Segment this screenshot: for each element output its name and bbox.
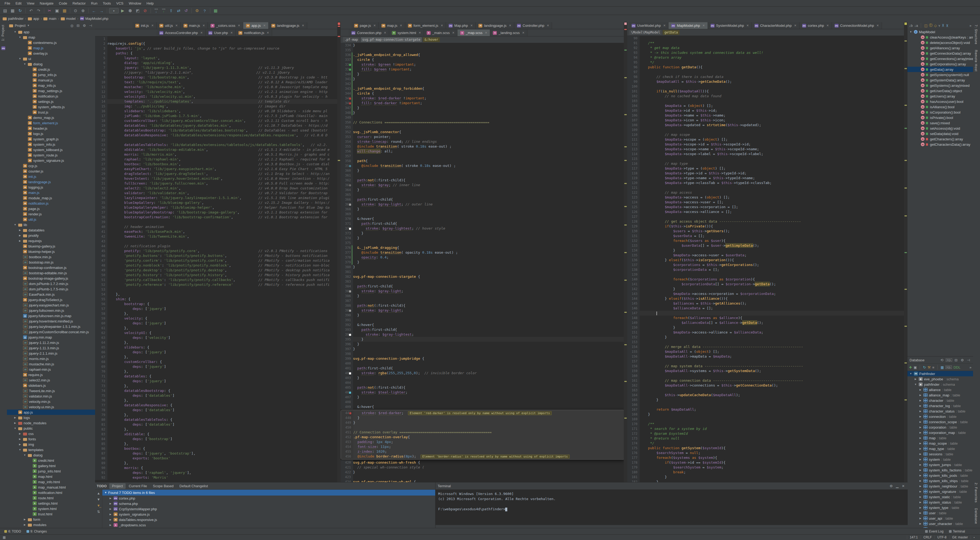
code-line[interactable]: 345 stroke: $red-darker !important; xyxy=(341,96,627,101)
tree-item[interactable]: JSheader.js xyxy=(7,126,95,131)
autoscroll-icon[interactable]: ⇅ xyxy=(97,510,100,514)
code-line[interactable]: 393 path:first-child{ xyxy=(341,327,627,332)
editor-tab[interactable]: phpConnectionModel.php✕ xyxy=(832,22,882,29)
code-line[interactable]: 75 deps: ['datatables'] xyxy=(95,393,341,398)
tree-item[interactable]: 10jquery.lazylinepainter-1.5.1.min.js xyxy=(7,324,95,329)
code-line[interactable]: 177 foreach($systems as $system){ xyxy=(627,456,907,460)
tree-item[interactable]: JSmap.js xyxy=(7,45,95,51)
todo-file-row[interactable]: ▶phpcortex.php xyxy=(102,495,435,501)
code-line[interactable]: 343._jsPlumb_endpoint_drop_forbidden{ xyxy=(341,86,627,91)
code-line[interactable]: 423 xyxy=(341,475,627,479)
editor-tab[interactable]: phpAccessController.php✕ xyxy=(157,29,206,36)
collapse-icon[interactable]: ▼ xyxy=(13,223,17,226)
expand-icon[interactable]: ▶ xyxy=(919,426,922,428)
database-item[interactable]: ▶map_scope: table xyxy=(907,441,973,446)
code-line[interactable]: 77 datatablesResponsive: { xyxy=(95,403,341,408)
tree-item[interactable]: {}jquery.min.map xyxy=(7,335,95,340)
code-line[interactable]: 56 bootstrap: { xyxy=(95,302,341,306)
code-line[interactable]: 363 stroke: $gray; // inner line xyxy=(341,183,627,188)
tree-item[interactable]: JSsystem_signature.js xyxy=(7,158,95,163)
help-icon[interactable]: ? xyxy=(201,8,208,14)
close-icon[interactable]: ✕ xyxy=(151,24,154,27)
group-methods-icon[interactable]: ʏ xyxy=(939,24,940,27)
code-line[interactable]: 358 path{ xyxy=(341,159,627,163)
code-editor[interactable]: 9091 /**92 * get map data93 * -> this in… xyxy=(627,36,907,482)
code-line[interactable]: 334} xyxy=(341,43,627,48)
expand-icon[interactable]: ▶ xyxy=(919,506,922,509)
tree-item[interactable]: ▼templates xyxy=(7,447,95,452)
breadcrumb-item[interactable]: main xyxy=(43,17,56,21)
code-line[interactable]: 379 } xyxy=(341,260,627,264)
expand-icon[interactable]: ▶ xyxy=(919,517,922,520)
code-line[interactable]: 377 @include transition( opacity 0.18s e… xyxy=(341,250,627,255)
code-line[interactable]: 362 path:not(:first-child){ xyxy=(341,178,627,183)
code-line[interactable]: 408 xyxy=(341,400,627,405)
tree-item[interactable]: ▼lib xyxy=(7,222,95,228)
code-line[interactable]: 48 'pnotify.nonblock': 'lib/pnotify/pnot… xyxy=(95,263,341,268)
run-icon[interactable]: ▶ xyxy=(119,8,126,14)
code-line[interactable]: 357 xyxy=(341,154,627,159)
code-line[interactable]: 107 $mapData->icon = $this->icon; xyxy=(627,118,907,123)
code-line[interactable]: 381 xyxy=(341,269,627,274)
toolwindow-toggle-icon[interactable]: ▦ xyxy=(3,535,6,539)
expand-icon[interactable]: ▶ xyxy=(18,234,22,237)
tree-item[interactable]: ▶requirejs xyxy=(7,238,95,244)
code-line[interactable]: 49 'pnotify.desktop': 'lib/pnotify/pnoti… xyxy=(95,268,341,273)
code-line[interactable]: 455 z-index: 1020; xyxy=(341,449,624,454)
tree-item[interactable]: 10EasePack.min.js xyxy=(7,292,95,297)
code-line[interactable]: 176 $searchSystem = null; xyxy=(627,451,907,456)
synchronize-icon[interactable]: ↻ xyxy=(17,8,24,14)
tool-window-button--favorites[interactable]: 2: Favorites xyxy=(973,480,979,505)
database-item[interactable]: ▼DBPathfinder xyxy=(907,371,973,376)
tree-item[interactable]: JSmain.js xyxy=(7,190,95,195)
expand-icon[interactable]: ▶ xyxy=(23,518,27,521)
todo-file-row[interactable]: ▶JSsystem_signature.js xyxy=(102,511,435,517)
menu-refactor[interactable]: Refactor xyxy=(70,0,88,6)
database-item[interactable]: ▶system_kills_pods: table xyxy=(907,473,973,478)
code-line[interactable]: 80 datatablesTableTools: { xyxy=(95,417,341,422)
code-line[interactable]: 37 blueImpGalleryBootstrap: 'lib/bootstr… xyxy=(95,210,341,215)
structure-item[interactable]: mgetSystemData():array xyxy=(907,77,973,83)
stop-icon[interactable]: ⊘ xyxy=(142,8,149,14)
database-item[interactable]: ▶corporation: table xyxy=(907,425,973,430)
structure-item[interactable]: mgetUserData():object xyxy=(907,88,973,94)
editor-tab[interactable]: phpUser.php✕ xyxy=(206,29,236,36)
tree-item[interactable]: JStrust.js xyxy=(7,110,95,115)
tree-item[interactable]: ▶pnotify xyxy=(7,233,95,238)
database-item[interactable]: ▶system_jumps: table xyxy=(907,462,973,467)
tree-item[interactable]: 10morris.min.js xyxy=(7,356,95,362)
todo-tab-current-file[interactable]: Current File xyxy=(126,483,150,489)
code-line[interactable]: 5 layout: 'layout', xyxy=(95,56,341,61)
todo-file-row[interactable]: ▶phpschema.php xyxy=(102,501,435,506)
code-line[interactable]: 127 xyxy=(627,214,907,219)
menu-navigate[interactable]: Navigate xyxy=(37,0,56,6)
code-line[interactable]: 422} xyxy=(341,470,627,475)
vcs-changes-icon[interactable]: ⇄ xyxy=(175,8,182,14)
code-line[interactable]: 170 /** xyxy=(627,422,907,427)
code-line[interactable]: 340 } xyxy=(341,72,627,76)
code-line[interactable]: 117 $mapData->type = (object) []; xyxy=(627,166,907,171)
expand-icon[interactable]: ▶ xyxy=(109,508,112,510)
code-line[interactable]: 54 }, xyxy=(95,292,341,297)
code-line[interactable]: 88 exports: 'bootbox' xyxy=(95,456,341,461)
todo-file-row[interactable]: ▶S_dropdowns.scss xyxy=(102,522,435,528)
tree-item[interactable]: 5gallery.html xyxy=(7,463,95,468)
code-line[interactable]: 40 // header animation xyxy=(95,225,341,229)
code-line[interactable]: 36 blueImpGalleryHelper: 'lib/blueimp-he… xyxy=(95,205,341,210)
back-icon[interactable]: ← xyxy=(91,8,97,14)
tree-item[interactable]: 5route.html xyxy=(7,495,95,501)
tree-item[interactable]: JSjquery.dragToSelect.js xyxy=(7,297,95,303)
close-icon[interactable]: ✕ xyxy=(452,31,455,35)
tree-item[interactable]: {}jquery.fullscreen.min.js.map xyxy=(7,313,95,319)
code-line[interactable]: 159 $mapDataAll->systems = $this->getSys… xyxy=(627,369,907,373)
expand-icon[interactable]: ▶ xyxy=(109,518,112,521)
editor-tab[interactable]: S_map.scss✕ xyxy=(457,29,490,36)
menu-view[interactable]: View xyxy=(24,0,37,6)
expand-icon[interactable]: ▶ xyxy=(919,421,922,423)
code-line[interactable]: 42 tweenLite: 'lib/TweenLite.min', xyxy=(95,234,341,239)
tree-item[interactable]: JSrender.js xyxy=(7,211,95,217)
expand-icon[interactable]: ▶ xyxy=(919,447,922,450)
tree-item[interactable]: ▼dialog xyxy=(7,452,95,458)
code-line[interactable]: 68 customScrollbar: { xyxy=(95,360,341,364)
expand-icon[interactable]: ▶ xyxy=(18,239,22,242)
